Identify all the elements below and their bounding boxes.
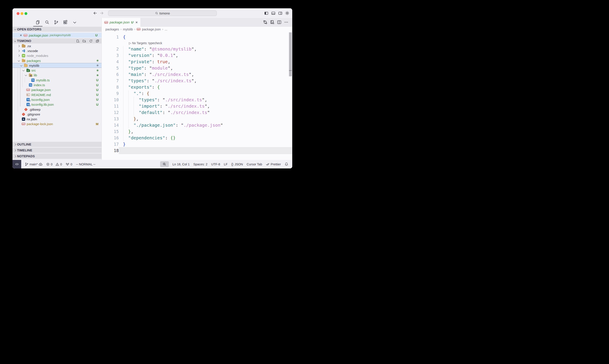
maximize-window-button[interactable] <box>25 12 27 15</box>
code-line-12[interactable]: 12 "default": "./src/index.ts" <box>102 109 292 116</box>
codelens-run-target[interactable]: ▷ Nx Targets: typecheck <box>102 40 292 46</box>
line-number: 6 <box>102 71 119 78</box>
refresh-icon[interactable] <box>89 39 93 43</box>
breadcrumb-item[interactable]: ... <box>165 27 167 31</box>
toggle-primary-sidebar-icon[interactable] <box>264 11 269 15</box>
language-mode-status[interactable]: {} JSON <box>231 163 243 166</box>
zoom-indicator[interactable] <box>160 161 169 167</box>
open-editor-item[interactable]: ✕ npm package.json packages/mytslib U <box>13 33 102 38</box>
source-control-view-icon[interactable] <box>54 20 59 25</box>
tree-item-package-json[interactable]: npmpackage.jsonU <box>13 88 102 92</box>
cursor-position-status[interactable]: Ln 18, Col 1 <box>173 163 190 166</box>
git-status-badge: U <box>96 78 98 82</box>
line-number: 17 <box>102 141 119 147</box>
code-line-15[interactable]: 15 }, <box>102 129 292 135</box>
problems-status[interactable]: 0 0 <box>46 163 62 166</box>
cursor-tab-status[interactable]: Cursor Tab <box>247 163 262 166</box>
title-bar: tsmono <box>13 8 292 18</box>
tree-item-packages[interactable]: packages <box>13 58 102 63</box>
tree-item-nx-json[interactable]: Nnx.json <box>13 117 102 121</box>
line-number: 9 <box>102 90 119 97</box>
vim-mode-indicator[interactable]: -- NORMAL -- <box>76 163 95 166</box>
tree-item--nx[interactable]: .nx <box>13 43 102 48</box>
more-views-chevron-icon[interactable] <box>72 20 77 25</box>
code-line-16[interactable]: 16 "dependencies": {} <box>102 135 292 141</box>
split-editor-icon[interactable] <box>277 20 282 25</box>
explorer-view-icon[interactable] <box>35 20 40 25</box>
code-line-5[interactable]: 5 "type": "module", <box>102 65 292 71</box>
eol-status[interactable]: LF <box>224 163 228 166</box>
tree-item-lib[interactable]: lib <box>13 73 102 78</box>
remote-indicator[interactable] <box>13 160 21 169</box>
code-line-4[interactable]: 4 "private": true, <box>102 59 292 65</box>
code-line-11[interactable]: 11 "import": "./src/index.ts", <box>102 103 292 109</box>
extensions-view-icon[interactable] <box>63 20 68 25</box>
encoding-status[interactable]: UTF-8 <box>211 163 220 166</box>
new-folder-icon[interactable] <box>82 39 86 43</box>
code-line-6[interactable]: 6 "main": "./src/index.ts", <box>102 71 292 78</box>
breadcrumb-item[interactable]: mytslib <box>123 27 133 31</box>
code-line-18[interactable]: 18 <box>102 147 292 154</box>
tree-item-node-modules[interactable]: JSnode_modules <box>13 53 102 58</box>
outline-section-header[interactable]: OUTLINE <box>13 142 102 147</box>
tree-item-src[interactable]: ‹›src <box>13 68 102 73</box>
tree-item-label: .gitignore <box>27 112 40 116</box>
chevron-right-icon <box>18 50 20 52</box>
tree-item-mytslib-ts[interactable]: TSmytslib.tsU <box>13 78 102 82</box>
tree-item--vscode[interactable]: .vscode <box>13 48 102 53</box>
git-branch-status[interactable]: main* <box>25 162 42 166</box>
more-actions-icon[interactable] <box>284 20 289 25</box>
breadcrumb-item[interactable]: packages <box>105 27 119 31</box>
code-line-13[interactable]: 13 }, <box>102 116 292 122</box>
back-arrow-icon[interactable] <box>93 11 97 15</box>
open-preview-icon[interactable] <box>270 20 275 25</box>
code-line-3[interactable]: 3 "version": "0.0.1", <box>102 52 292 59</box>
errors-icon <box>46 163 50 166</box>
timeline-section-header[interactable]: TIMELINE <box>13 148 102 153</box>
tree-item-index-ts[interactable]: TSindex.tsU <box>13 82 102 87</box>
code-line-8[interactable]: 8 "exports": { <box>102 84 292 90</box>
tab-package-json[interactable]: npm package.json U ✕ <box>102 18 141 27</box>
open-editors-header[interactable]: OPEN EDITORS <box>13 27 102 32</box>
command-center-search[interactable]: tsmono <box>108 11 217 16</box>
tree-item-readme-md[interactable]: M↓README.mdU <box>13 92 102 97</box>
code-line-9[interactable]: 9 ".": { <box>102 90 292 97</box>
editor-scrollbar-thumb[interactable] <box>289 32 292 76</box>
toggle-panel-icon[interactable] <box>271 11 276 15</box>
notepads-section-header[interactable]: NOTEPADS <box>13 154 102 159</box>
tree-item--gitignore[interactable]: ⑂.gitignore <box>13 112 102 117</box>
toggle-secondary-sidebar-icon[interactable] <box>278 11 283 15</box>
line-content: { <box>119 34 292 40</box>
close-window-button[interactable] <box>17 12 19 15</box>
breadcrumb-item[interactable]: package.json <box>142 27 161 31</box>
code-editor[interactable]: 1{▷ Nx Targets: typecheck2 "name": "@tsm… <box>102 32 292 160</box>
code-line-17[interactable]: 17} <box>102 141 292 147</box>
formatter-status[interactable]: Prettier <box>266 162 281 166</box>
tree-item-tsconfig-lib-json[interactable]: TS⚙tsconfig.lib.jsonU <box>13 102 102 107</box>
new-file-icon[interactable] <box>76 39 80 43</box>
code-line-1[interactable]: 1{ <box>102 34 292 40</box>
tree-item-label: node_modules <box>27 54 48 58</box>
forward-arrow-icon[interactable] <box>100 11 104 15</box>
tree-item--gitkeep[interactable]: ⑂.gitkeep <box>13 107 102 112</box>
tree-item-mytslib[interactable]: mytslib <box>13 63 102 68</box>
indentation-status[interactable]: Spaces: 2 <box>193 163 207 166</box>
settings-gear-icon[interactable] <box>285 11 290 15</box>
minimize-window-button[interactable] <box>21 12 23 15</box>
compare-changes-icon[interactable] <box>263 20 268 25</box>
workspace-folder-header[interactable]: TSMONO <box>13 38 102 43</box>
tree-item-package-lock-json[interactable]: npmpackage-lock.jsonM <box>13 122 102 126</box>
ports-status[interactable]: 0 <box>66 162 72 166</box>
close-editor-icon[interactable]: ✕ <box>20 34 22 37</box>
code-line-10[interactable]: 10 "types": "./src/index.ts", <box>102 97 292 103</box>
tree-item-tsconfig-json[interactable]: TS⚙tsconfig.jsonU <box>13 97 102 102</box>
notifications-bell-icon[interactable] <box>285 162 288 166</box>
code-line-7[interactable]: 7 "types": "./src/index.ts", <box>102 78 292 84</box>
search-view-icon[interactable] <box>45 20 50 25</box>
git-status-dot <box>97 74 98 76</box>
collapse-all-icon[interactable] <box>96 39 99 43</box>
code-line-14[interactable]: 14 "./package.json": "./package.json" <box>102 122 292 129</box>
code-line-2[interactable]: 2 "name": "@tsmono/mytslib", <box>102 46 292 52</box>
close-tab-icon[interactable]: ✕ <box>135 21 138 24</box>
activity-icon-row <box>13 18 102 27</box>
